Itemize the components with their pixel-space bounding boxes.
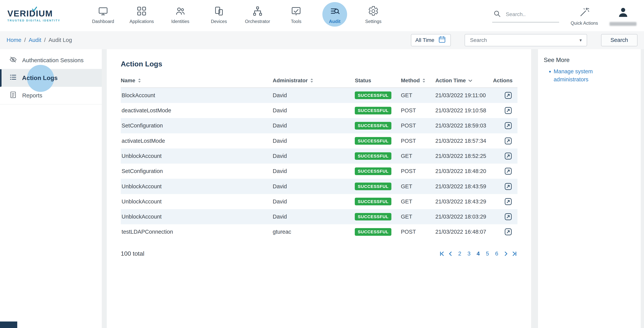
cell-method: GET (401, 92, 435, 99)
status-badge: SUCCESSFUL (355, 91, 392, 99)
search-icon (493, 9, 501, 19)
sidebar-item-authentication-sessions[interactable]: Authentication Sessions (0, 52, 102, 69)
column-header-action-time[interactable]: Action Time (435, 77, 493, 84)
user-avatar-icon (617, 6, 629, 20)
nav-label: Audit (329, 19, 340, 24)
column-label: Action Time (435, 77, 466, 84)
table-row[interactable]: activateLostMode David SUCCESSFUL POST 2… (121, 133, 518, 149)
page-number[interactable]: 6 (494, 251, 500, 257)
search-type-select[interactable]: Search ▾ (464, 34, 587, 46)
view-log-details-icon[interactable] (504, 121, 512, 130)
global-search-input[interactable] (505, 11, 558, 18)
cell-method: GET (401, 198, 435, 205)
cell-name: UnblockAccount (121, 198, 273, 205)
column-header-method[interactable]: Method (401, 77, 435, 84)
manage-system-administrators-link[interactable]: Manage system administrators (554, 68, 593, 82)
nav-item-orchestrator[interactable]: Orchestrator (238, 0, 277, 31)
veridium-logo[interactable]: VERIDIUM TRUSTED DIGITAL IDENTITY (8, 9, 69, 22)
cell-action-time: 21/03/2022 19:11:00 (435, 92, 493, 99)
breadcrumb-audit[interactable]: Audit (28, 37, 41, 43)
table-row[interactable]: deactivateLostMode David SUCCESSFUL POST… (121, 103, 518, 118)
first-page-button[interactable] (439, 251, 444, 256)
cell-administrator: David (273, 214, 355, 220)
sidebar-collapse-handle[interactable] (0, 322, 17, 328)
view-log-details-icon[interactable] (504, 212, 512, 221)
page-number[interactable]: 4 (475, 251, 481, 257)
cell-administrator: David (273, 153, 355, 159)
nav-item-identities[interactable]: Identities (161, 0, 200, 31)
nav-item-audit[interactable]: Audit (316, 0, 354, 31)
table-row[interactable]: UnblockAccount David SUCCESSFUL GET 21/0… (121, 209, 518, 224)
search-button[interactable]: Search (601, 34, 638, 46)
next-page-button[interactable] (503, 251, 508, 256)
nav-item-applications[interactable]: Applications (122, 0, 161, 31)
view-log-details-icon[interactable] (504, 91, 512, 100)
cell-administrator: David (273, 123, 355, 129)
breadcrumb: Home / Audit / Audit Log (6, 37, 72, 43)
time-filter-button[interactable]: All Time (411, 34, 451, 46)
see-more-title: See More (544, 57, 635, 64)
view-log-details-icon[interactable] (504, 137, 512, 145)
topbar-right-cluster: Quick Actions (492, 5, 636, 26)
page-number[interactable]: 5 (485, 251, 490, 257)
user-menu[interactable] (610, 5, 636, 26)
view-log-details-icon[interactable] (504, 106, 512, 115)
page-number[interactable]: 2 (457, 251, 462, 257)
devices-icon (214, 5, 224, 17)
column-header-name[interactable]: Name (121, 77, 273, 84)
view-log-details-icon[interactable] (504, 152, 512, 160)
sidebar-item-label: Reports (22, 92, 42, 99)
table-row[interactable]: BlockAccount David SUCCESSFUL GET 21/03/… (121, 88, 518, 103)
top-navigation-bar: VERIDIUM TRUSTED DIGITAL IDENTITY Dashbo… (0, 0, 644, 31)
report-document-icon (9, 91, 17, 100)
view-log-details-icon[interactable] (504, 228, 512, 236)
sort-desc-icon (468, 79, 472, 82)
nav-item-devices[interactable]: Devices (200, 0, 238, 31)
cell-name: SetConfiguration (121, 168, 273, 174)
content-area: Authentication Sessions Action Logs Repo… (0, 49, 644, 328)
sidebar-item-action-logs[interactable]: Action Logs (0, 69, 102, 87)
eye-off-icon (9, 55, 17, 65)
sidebar-item-label: Authentication Sessions (22, 57, 84, 64)
search-select-value: Search (470, 37, 487, 43)
nav-label: Orchestrator (245, 19, 270, 24)
page-number[interactable]: 3 (466, 251, 472, 257)
breadcrumb-current: Audit Log (48, 37, 72, 43)
nav-item-dashboard[interactable]: Dashboard (84, 0, 122, 31)
user-name-redacted (610, 22, 636, 26)
quick-actions-button[interactable]: Quick Actions (570, 5, 598, 26)
table-row[interactable]: UnblockAccount David SUCCESSFUL GET 21/0… (121, 194, 518, 209)
status-badge: SUCCESSFUL (355, 228, 392, 236)
table-row[interactable]: testLDAPConnection gtureac SUCCESSFUL PO… (121, 224, 518, 239)
sidebar-item-label: Action Logs (22, 74, 58, 82)
cell-action-time: 21/03/2022 18:43:59 (435, 183, 493, 190)
column-label: Name (121, 77, 135, 84)
table-row[interactable]: UnblockAccount David SUCCESSFUL GET 21/0… (121, 179, 518, 194)
calendar-icon (438, 35, 446, 45)
time-filter-label: All Time (415, 37, 434, 43)
table-row[interactable]: SetConfiguration David SUCCESSFUL POST 2… (121, 164, 518, 179)
global-search (492, 8, 559, 22)
cell-action-time: 21/03/2022 18:57:34 (435, 138, 493, 144)
nav-label: Identities (171, 19, 189, 24)
cell-administrator: David (273, 92, 355, 99)
sidebar-item-reports[interactable]: Reports (0, 87, 102, 105)
table-row[interactable]: SetConfiguration David SUCCESSFUL POST 2… (121, 118, 518, 133)
applications-icon (136, 5, 147, 17)
cell-action-time: 21/03/2022 18:59:03 (435, 123, 493, 129)
magic-wand-icon (579, 7, 590, 19)
nav-item-settings[interactable]: Settings (354, 0, 392, 31)
column-header-administrator[interactable]: Administrator (273, 77, 355, 84)
view-log-details-icon[interactable] (504, 182, 512, 191)
breadcrumb-home[interactable]: Home (6, 37, 21, 43)
nav-item-tools[interactable]: Tools (277, 0, 315, 31)
table-row[interactable]: UnblockAccount David SUCCESSFUL GET 21/0… (121, 149, 518, 164)
view-log-details-icon[interactable] (504, 197, 512, 206)
previous-page-button[interactable] (448, 251, 453, 256)
last-page-button[interactable] (512, 251, 518, 256)
cell-method: POST (401, 107, 435, 114)
column-label: Actions (493, 77, 512, 84)
status-badge: SUCCESSFUL (355, 182, 392, 190)
nav-label: Settings (365, 19, 382, 24)
view-log-details-icon[interactable] (504, 167, 512, 175)
